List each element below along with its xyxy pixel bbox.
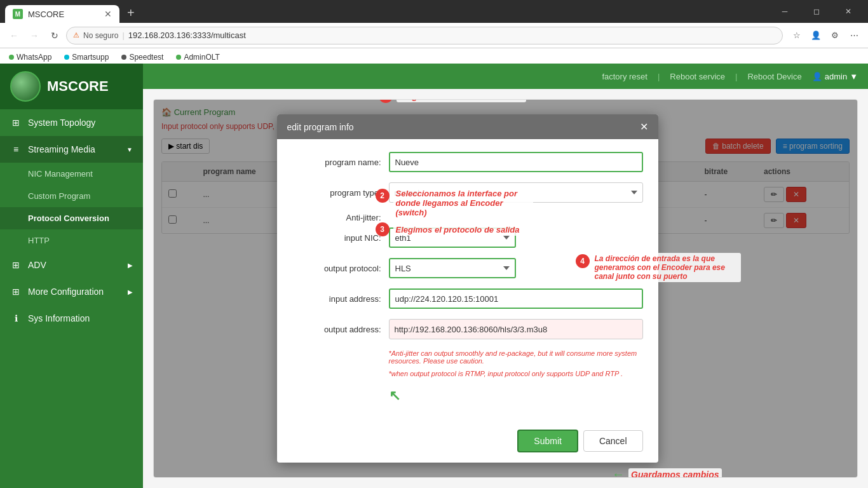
address-bar[interactable]: ⚠ No seguro | 192.168.203.136:3333/multi… — [66, 27, 783, 44]
hint-text-1: *Anti-jitter can output smoothly and re-… — [292, 349, 643, 365]
main-content: factory reset | Reboot service | Reboot … — [143, 64, 868, 488]
annotation-5: 5 Con esta URL nos sacará el contenido c… — [153, 475, 296, 478]
factory-reset-link[interactable]: factory reset — [602, 72, 648, 81]
sidebar-item-more-config[interactable]: ⊞ More Configuration ▶ — [0, 278, 143, 305]
top-bar: factory reset | Reboot service | Reboot … — [143, 64, 868, 89]
modal-header: edit program info ✕ — [277, 114, 658, 139]
sidebar-item-http[interactable]: HTTP — [0, 229, 143, 252]
sidebar-sub-label: Custom Program — [28, 191, 90, 201]
adv-icon: ⊞ — [10, 259, 22, 271]
input-address-row: input address: — [292, 288, 643, 309]
sidebar-item-system-topology[interactable]: ⊞ System Topology — [0, 109, 143, 136]
sidebar: MSCORE ⊞ System Topology ≡ Streaming Med… — [0, 64, 143, 488]
reboot-device-link[interactable]: Reboot Device — [747, 72, 801, 81]
edit-program-modal: edit program info ✕ program name: — [277, 114, 658, 463]
sidebar-item-label: Sys Information — [28, 313, 90, 323]
program-type-label: program type: — [292, 188, 381, 198]
annotation-6: ← Guardamos cambios — [612, 467, 722, 478]
bookmark-label: Speedtest — [129, 53, 163, 62]
modal-overlay: 1 Elegimos el nombre del canal 2 Selecci… — [154, 100, 857, 477]
profile-icon[interactable]: 👤 — [807, 27, 825, 44]
submit-button[interactable]: Submit — [517, 430, 578, 452]
sidebar-logo: MSCORE — [0, 64, 143, 109]
sidebar-item-streaming-media[interactable]: ≡ Streaming Media ▼ — [0, 136, 143, 163]
sidebar-item-custom-program[interactable]: Custom Program — [0, 185, 143, 207]
input-address-input[interactable] — [389, 288, 643, 309]
sidebar-sub-label: HTTP — [28, 236, 50, 245]
sidebar-nav: ⊞ System Topology ≡ Streaming Media ▼ NI… — [0, 109, 143, 488]
arrow-annotation: ↖ — [292, 388, 643, 404]
annotation-text-6: Guardamos cambios — [628, 468, 722, 478]
adminolt-icon — [176, 55, 181, 60]
admin-label: 👤 admin ▼ — [812, 72, 858, 81]
output-address-row: output address: — [292, 319, 643, 339]
browser-tab-active[interactable]: M MSCORE ✕ — [5, 5, 119, 23]
sidebar-item-label: Streaming Media — [28, 144, 95, 154]
streaming-icon: ≡ — [10, 144, 22, 155]
chevron-right-icon: ▶ — [128, 262, 133, 269]
program-name-input[interactable] — [389, 152, 643, 172]
nav-bar: ← → ↻ ⚠ No seguro | 192.168.203.136:3333… — [0, 23, 868, 48]
sidebar-item-protocol-conversion[interactable]: Protocol Conversion — [0, 207, 143, 229]
annotation-text-1: Elegimos el nombre del canal — [397, 99, 527, 102]
bookmark-whatsapp[interactable]: WhatsApp — [5, 51, 55, 63]
app-container: MSCORE ⊞ System Topology ≡ Streaming Med… — [0, 64, 868, 488]
security-label: No seguro — [83, 31, 118, 40]
program-type-select[interactable]: normal — [389, 182, 643, 203]
input-nic-label: input NIC: — [292, 233, 381, 243]
new-tab-button[interactable]: + — [122, 3, 140, 23]
output-protocol-select[interactable]: HLS — [389, 258, 516, 278]
extension-icon[interactable]: ⚙ — [826, 27, 844, 44]
chevron-right-icon2: ▶ — [128, 288, 133, 295]
top-bar-actions: factory reset | Reboot service | Reboot … — [602, 72, 858, 81]
address-url: 192.168.203.136:3333/multicast — [128, 30, 246, 40]
address-divider: | — [122, 30, 124, 40]
bookmark-label: AdminOLT — [184, 53, 219, 62]
sidebar-item-label: System Topology — [28, 118, 95, 128]
program-type-row: program type: normal — [292, 182, 643, 203]
hint-text-2: *when output protocol is RTMP, input pro… — [292, 370, 643, 377]
whatsapp-icon — [9, 55, 14, 60]
minimize-button[interactable]: ─ — [770, 3, 799, 20]
forward-button[interactable]: → — [25, 27, 43, 44]
output-protocol-label: output protocol: — [292, 264, 381, 273]
annotation-bubble-1: 1 — [379, 99, 393, 103]
sidebar-sub-label: Protocol Conversion — [28, 214, 109, 223]
tab-favicon: M — [13, 9, 23, 19]
sidebar-item-label: More Configuration — [28, 287, 104, 297]
menu-icon[interactable]: ⋯ — [845, 27, 863, 44]
logo-globe-icon — [10, 71, 41, 102]
topology-icon: ⊞ — [10, 117, 22, 128]
browser-chrome: M MSCORE ✕ + ─ ◻ ✕ ← → ↻ ⚠ No seguro | 1… — [0, 0, 868, 64]
tab-close-icon[interactable]: ✕ — [104, 9, 112, 19]
sidebar-item-adv[interactable]: ⊞ ADV ▶ — [0, 252, 143, 278]
nav-icon-group: ☆ 👤 ⚙ ⋯ — [788, 27, 863, 44]
input-nic-select[interactable]: eth1 — [389, 227, 516, 248]
bookmark-speedtest[interactable]: Speedtest — [118, 51, 167, 63]
modal-title: edit program info — [287, 122, 354, 132]
bookmark-adminolt[interactable]: AdminOLT — [172, 51, 223, 63]
modal-close-button[interactable]: ✕ — [640, 121, 648, 133]
output-address-label: output address: — [292, 325, 381, 334]
sidebar-item-nic-management[interactable]: NIC Management — [0, 163, 143, 185]
info-icon: ℹ — [10, 313, 22, 324]
bookmark-smartsupp[interactable]: Smartsupp — [60, 51, 112, 63]
back-button[interactable]: ← — [5, 27, 23, 44]
reboot-service-link[interactable]: Reboot service — [670, 72, 725, 81]
cancel-button[interactable]: Cancel — [583, 430, 643, 452]
smartsupp-icon — [64, 55, 69, 60]
star-icon[interactable]: ☆ — [788, 27, 806, 44]
input-nic-row: input NIC: eth1 — [292, 227, 643, 248]
more-config-icon: ⊞ — [10, 286, 22, 297]
annotation-1: 1 Elegimos el nombre del canal — [379, 99, 527, 103]
sidebar-item-sys-information[interactable]: ℹ Sys Information — [0, 305, 143, 332]
close-button[interactable]: ✕ — [834, 3, 863, 20]
output-address-input[interactable] — [389, 319, 643, 339]
modal-body: program name: program type: normal — [277, 139, 658, 422]
anti-jitter-row: Anti-jitter: — [292, 213, 643, 222]
maximize-button[interactable]: ◻ — [802, 3, 831, 20]
chevron-down-icon: ▼ — [126, 146, 133, 153]
refresh-button[interactable]: ↻ — [46, 27, 64, 44]
program-name-label: program name: — [292, 158, 381, 167]
content-area: 🏠 Current Program Input protocol only su… — [143, 89, 868, 488]
